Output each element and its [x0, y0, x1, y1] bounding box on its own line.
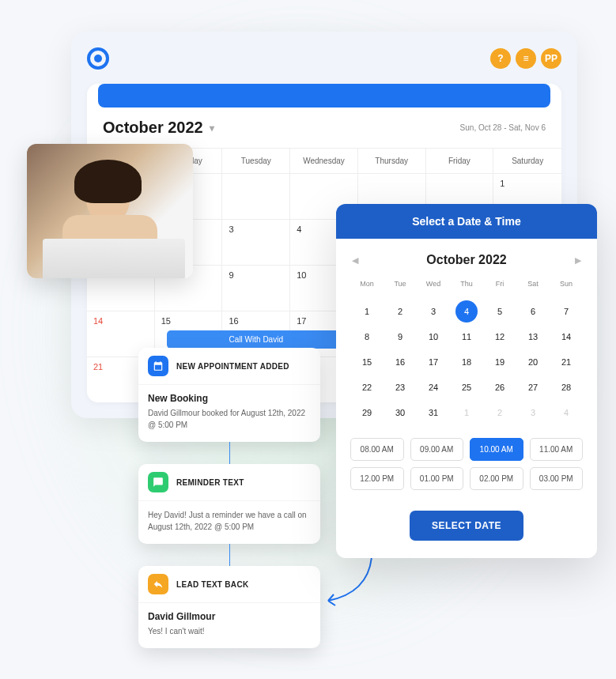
picker-day[interactable]: 1: [450, 402, 483, 424]
user-photo: [27, 144, 193, 278]
notification-text: Yes! I can't wait!: [148, 625, 311, 637]
picker-day[interactable]: 13: [516, 326, 550, 348]
calendar-title[interactable]: October 2022 ▾: [103, 119, 214, 137]
time-slot[interactable]: 01.00 PM: [410, 467, 464, 490]
calendar-cell[interactable]: 9: [222, 265, 290, 311]
picker-day[interactable]: 1: [350, 300, 384, 323]
picker-weekday: Sat: [516, 275, 550, 292]
picker-weekday: Wed: [417, 275, 450, 292]
picker-day[interactable]: 7: [550, 300, 583, 323]
prev-month-button[interactable]: ◀: [352, 255, 358, 266]
picker-day[interactable]: 14: [550, 326, 583, 348]
calendar-cell[interactable]: 3: [222, 219, 290, 265]
picker-day[interactable]: 16: [384, 351, 417, 373]
time-slot[interactable]: 03.00 PM: [530, 467, 584, 490]
chevron-down-icon: ▾: [210, 123, 214, 134]
picker-day[interactable]: 8: [350, 326, 384, 348]
time-slot[interactable]: 12.00 PM: [350, 467, 404, 490]
picker-day[interactable]: 2: [483, 402, 516, 424]
picker-day[interactable]: 23: [384, 376, 417, 398]
picker-day[interactable]: 4: [550, 402, 583, 424]
notification-subtitle: David Gillmour: [148, 611, 311, 622]
notification-title: REMINDER TEXT: [176, 478, 244, 487]
picker-day[interactable]: 11: [450, 326, 483, 348]
notification-card[interactable]: LEAD TEXT BACKDavid GillmourYes! I can't…: [138, 566, 320, 648]
app-logo-icon: [87, 47, 109, 70]
time-slot[interactable]: 02.00 PM: [470, 467, 523, 490]
date-range: Sun, Oct 28 - Sat, Nov 6: [460, 123, 546, 132]
picker-day[interactable]: 22: [350, 376, 384, 398]
date-picker: Select a Date & Time ◀ October 2022 ▶ Mo…: [336, 204, 597, 558]
picker-day[interactable]: 5: [483, 300, 516, 323]
notification-subtitle: New Booking: [148, 393, 311, 404]
weekday-header: Thursday: [358, 148, 426, 173]
picker-day[interactable]: 26: [483, 376, 516, 398]
picker-day[interactable]: 24: [417, 376, 450, 398]
avatar[interactable]: PP: [541, 48, 561, 69]
picker-month: October 2022: [426, 253, 506, 267]
header-bar: [98, 84, 550, 108]
picker-day[interactable]: 31: [417, 402, 450, 424]
weekday-header: Wednesday: [290, 148, 358, 173]
picker-day[interactable]: 3: [417, 300, 450, 323]
flow-arrow-icon: [316, 553, 380, 617]
weekday-header: Friday: [426, 148, 494, 173]
help-button[interactable]: ?: [490, 48, 511, 69]
notification-card[interactable]: REMINDER TEXTHey David! Just a reminder …: [138, 464, 320, 544]
picker-day[interactable]: 27: [516, 376, 550, 398]
picker-day[interactable]: 12: [483, 326, 516, 348]
notification-text: David Gillmour booked for August 12th, 2…: [148, 407, 311, 431]
picker-day[interactable]: 20: [516, 351, 550, 373]
notification-card[interactable]: NEW APPOINTMENT ADDEDNew BookingDavid Gi…: [138, 348, 320, 442]
time-slot[interactable]: 08.00 AM: [350, 438, 404, 461]
picker-day[interactable]: 28: [550, 376, 583, 398]
select-date-button[interactable]: SELECT DATE: [410, 511, 523, 541]
picker-weekday: Sun: [550, 275, 583, 292]
weekday-header: Tuesday: [222, 148, 290, 173]
notification-title: NEW APPOINTMENT ADDED: [176, 362, 289, 371]
topbar: ? ≡ PP: [87, 47, 561, 70]
picker-day[interactable]: 29: [350, 402, 384, 424]
picker-title: Select a Date & Time: [336, 204, 597, 239]
picker-day[interactable]: 21: [550, 351, 583, 373]
time-slot[interactable]: 09.00 AM: [410, 438, 464, 461]
next-month-button[interactable]: ▶: [575, 255, 581, 266]
picker-day[interactable]: 19: [483, 351, 516, 373]
weekday-header: Saturday: [493, 148, 561, 173]
calendar-icon: [148, 356, 168, 376]
picker-day[interactable]: 4: [455, 300, 478, 323]
picker-day[interactable]: 3: [516, 402, 550, 424]
notification-text: Hey David! Just a reminder we have a cal…: [148, 509, 311, 533]
picker-day[interactable]: 2: [384, 300, 417, 323]
picker-day[interactable]: 10: [417, 326, 450, 348]
picker-day[interactable]: 30: [384, 402, 417, 424]
menu-button[interactable]: ≡: [516, 48, 536, 69]
picker-weekday: Tue: [384, 275, 417, 292]
picker-day[interactable]: 25: [450, 376, 483, 398]
picker-day[interactable]: 17: [417, 351, 450, 373]
calendar-cell[interactable]: [222, 173, 290, 219]
picker-day[interactable]: 9: [384, 326, 417, 348]
time-slot[interactable]: 11.00 AM: [530, 438, 584, 461]
calendar-event[interactable]: Call With David: [167, 330, 345, 349]
picker-day[interactable]: 18: [450, 351, 483, 373]
time-slot[interactable]: 10.00 AM: [470, 438, 523, 461]
notification-title: LEAD TEXT BACK: [176, 580, 248, 589]
message-icon: [148, 472, 168, 492]
reply-icon: [148, 574, 168, 594]
picker-day[interactable]: 15: [350, 351, 384, 373]
picker-weekday: Mon: [350, 275, 384, 292]
picker-weekday: Fri: [483, 275, 516, 292]
picker-weekday: Thu: [450, 275, 483, 292]
picker-day[interactable]: 6: [516, 300, 550, 323]
